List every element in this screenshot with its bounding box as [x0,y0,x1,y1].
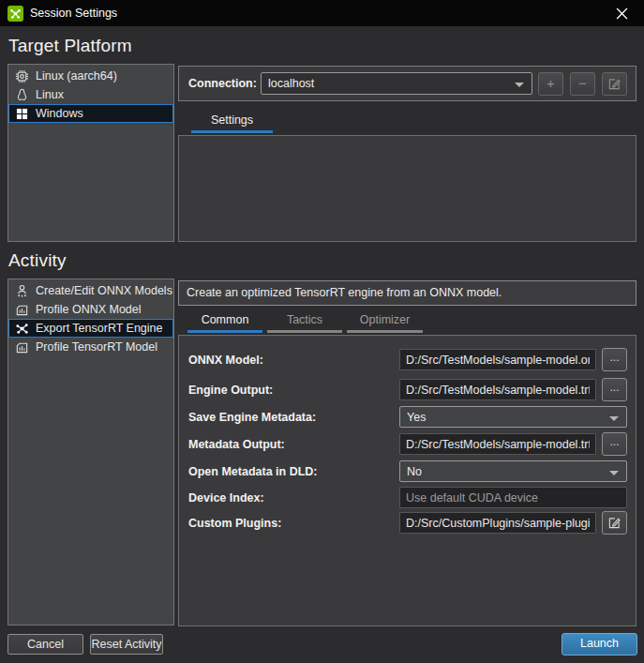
add-connection-button[interactable]: + [538,72,563,96]
tab-settings-label: Settings [211,113,253,127]
platform-item-label: Linux (aarch64) [36,69,117,83]
activity-list: Create/Edit ONNX Models Profile ONNX Mod… [7,279,174,625]
save-engine-metadata-value: Yes [407,411,426,424]
activity-description: Create an optimized TensorRT engine from… [178,280,637,306]
connection-panel: Connection: localhost + − [178,66,637,101]
onnx-model-input[interactable] [399,349,596,370]
edit-pencil-icon [608,517,621,529]
platform-item-linux[interactable]: Linux [8,85,173,104]
chevron-down-icon [609,416,619,421]
connection-label: Connection: [188,67,257,100]
onnx-model-row: ONNX Model: ... [179,349,636,371]
activity-item-profile-onnx[interactable]: Profile ONNX Model [8,300,173,319]
tab-tactics[interactable]: Tactics [267,310,342,333]
app-icon [7,6,23,22]
chart-icon [14,339,29,354]
window-title: Session Settings [30,7,117,20]
activity-heading: Activity [8,250,67,271]
open-metadata-in-dld-value: No [407,465,422,478]
settings-panel [178,135,637,242]
activity-item-label: Profile TensorRT Model [36,340,157,354]
custom-plugins-input[interactable] [399,512,596,534]
close-icon [616,8,628,20]
cancel-button[interactable]: Cancel [7,634,83,655]
activity-item-label: Export TensorRT Engine [36,322,163,335]
engine-output-input[interactable] [399,379,596,400]
launch-button[interactable]: Launch [562,633,637,655]
edit-connection-button[interactable] [602,72,627,96]
custom-plugins-label: Custom Plugins: [188,512,281,535]
chevron-down-icon [609,471,619,475]
activity-item-profile-tensorrt[interactable]: Profile TensorRT Model [8,338,173,356]
save-engine-metadata-label: Save Engine Metadata: [188,406,316,429]
tab-underline [347,330,423,333]
onnx-model-label: ONNX Model: [188,349,263,371]
connection-dropdown[interactable]: localhost [261,72,532,95]
platform-item-linux-aarch64[interactable]: Linux (aarch64) [8,67,173,85]
export-engine-form: ONNX Model: ... Engine Output: ... Save … [178,335,637,626]
platform-item-label: Windows [36,107,83,120]
platform-item-label: Linux [36,88,64,101]
save-engine-metadata-dropdown[interactable]: Yes [399,406,627,428]
tab-common[interactable]: Common [187,310,262,333]
custom-plugins-row: Custom Plugins: [179,512,636,535]
tab-common-label: Common [202,313,249,326]
activity-item-export-tensorrt[interactable]: Export TensorRT Engine [8,319,173,338]
tab-underline [267,330,342,333]
titlebar: Session Settings [0,0,644,26]
engine-output-browse-button[interactable]: ... [602,378,627,401]
custom-plugins-edit-button[interactable] [602,511,627,535]
session-settings-window: { "colors": { "accent_blue": "#2e7bc4", … [0,0,644,663]
penguin-icon [14,87,29,102]
close-button[interactable] [603,0,640,26]
metadata-output-label: Metadata Output: [188,433,285,456]
activity-item-label: Create/Edit ONNX Models [36,284,172,297]
chip-icon [14,68,29,83]
metadata-output-browse-button[interactable]: ... [602,432,627,456]
engine-output-row: Engine Output: ... [179,379,636,401]
target-platform-heading: Target Platform [8,36,132,56]
connection-value: localhost [268,77,314,90]
person-network-icon [14,283,29,298]
tab-optimizer[interactable]: Optimizer [347,310,423,333]
activity-item-create-onnx[interactable]: Create/Edit ONNX Models [8,281,173,300]
target-platform-list: Linux (aarch64) Linux Windows [7,64,174,242]
windows-logo-icon [14,106,29,121]
graph-nodes-icon [14,321,29,336]
save-engine-metadata-row: Save Engine Metadata: Yes [179,406,636,429]
device-index-label: Device Index: [188,487,264,509]
metadata-output-row: Metadata Output: ... [179,433,636,456]
open-metadata-in-dld-dropdown[interactable]: No [399,460,627,482]
edit-pencil-icon [608,78,621,90]
engine-output-label: Engine Output: [188,379,273,401]
chevron-down-icon [515,83,524,87]
tab-settings[interactable]: Settings [191,111,273,133]
tab-active-underline [187,330,262,333]
tab-optimizer-label: Optimizer [360,313,410,326]
open-metadata-in-dld-label: Open Metadata in DLD: [188,460,318,483]
activity-item-label: Profile ONNX Model [36,303,142,316]
chart-icon [14,302,29,317]
metadata-output-input[interactable] [399,433,596,455]
platform-item-windows[interactable]: Windows [8,104,173,123]
remove-connection-button[interactable]: − [570,72,595,96]
device-index-input[interactable] [399,487,627,508]
tab-tactics-label: Tactics [287,313,322,326]
device-index-row: Device Index: [179,487,636,509]
reset-activity-button[interactable]: Reset Activity [90,634,163,655]
onnx-model-browse-button[interactable]: ... [602,348,627,371]
tab-active-underline [191,130,273,133]
open-metadata-in-dld-row: Open Metadata in DLD: No [179,460,636,483]
